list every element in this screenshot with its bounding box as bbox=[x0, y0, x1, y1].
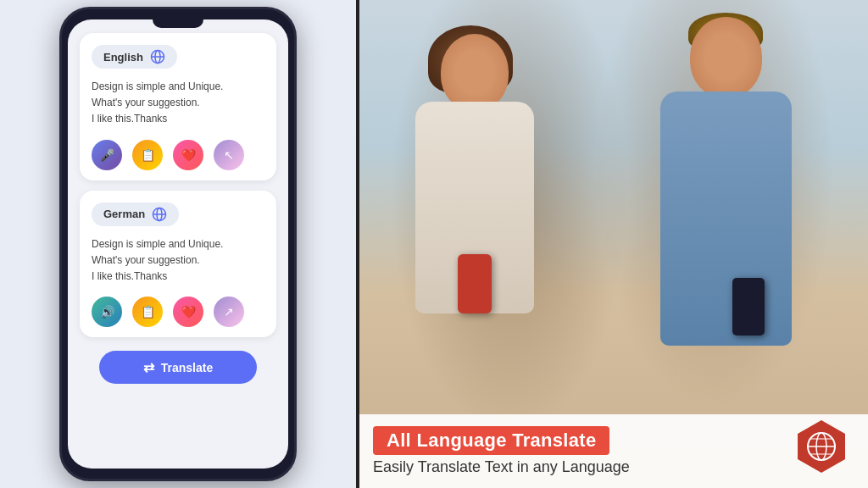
volume-button[interactable]: 🔊 bbox=[92, 297, 122, 327]
english-label: English bbox=[103, 51, 143, 64]
share-button-2[interactable]: ↗ bbox=[214, 297, 244, 327]
language-selector-english[interactable]: English bbox=[92, 45, 177, 69]
panel-divider bbox=[356, 0, 359, 488]
favorite-button[interactable]: ❤️ bbox=[173, 140, 203, 170]
english-action-icons: 🎤 📋 ❤️ ↗ bbox=[92, 140, 264, 170]
english-text: Design is simple and Unique. What's your… bbox=[92, 79, 264, 128]
share-button[interactable]: ↗ bbox=[214, 140, 244, 170]
woman-figure bbox=[407, 34, 559, 424]
woman-head bbox=[441, 34, 509, 110]
hex-logo bbox=[792, 417, 851, 476]
english-card: English Design is simple and Unique. Wha… bbox=[80, 33, 276, 180]
phone-notch bbox=[153, 16, 203, 28]
banner-title: All Language Translate bbox=[373, 426, 609, 455]
german-action-icons: 🔊 📋 ❤️ ↗ bbox=[92, 297, 264, 327]
translate-button[interactable]: ⇄ Translate bbox=[99, 351, 257, 384]
copy-button-2[interactable]: 📋 bbox=[132, 297, 163, 327]
favorite-button-2[interactable]: ❤️ bbox=[173, 297, 203, 327]
phone-frame: English Design is simple and Unique. Wha… bbox=[59, 7, 297, 481]
mic-button[interactable]: 🎤 bbox=[92, 140, 122, 170]
woman-body bbox=[415, 102, 534, 313]
german-text: Design is simple and Unique. What's your… bbox=[92, 236, 264, 286]
globe-icon-english bbox=[150, 49, 165, 64]
translate-btn-label: Translate bbox=[161, 361, 213, 374]
phone-screen: English Design is simple and Unique. Wha… bbox=[68, 19, 288, 469]
man-figure bbox=[648, 17, 817, 441]
man-body bbox=[660, 92, 792, 346]
translate-icon: ⇄ bbox=[143, 359, 154, 375]
german-label: German bbox=[103, 208, 145, 220]
language-selector-german[interactable]: German bbox=[92, 202, 179, 226]
hex-globe-icon bbox=[792, 417, 851, 476]
left-panel: English Design is simple and Unique. Wha… bbox=[0, 0, 356, 488]
man-head bbox=[690, 17, 762, 97]
right-panel: All Language Translate Easily Translate … bbox=[356, 0, 868, 488]
globe-icon-german bbox=[152, 207, 167, 222]
banner-subtitle: Easily Translate Text in any Language bbox=[373, 458, 851, 476]
german-card: German Design is simple and Unique. What… bbox=[80, 191, 276, 338]
woman-phone bbox=[458, 254, 492, 313]
copy-button[interactable]: 📋 bbox=[132, 140, 163, 170]
man-phone bbox=[732, 278, 765, 336]
